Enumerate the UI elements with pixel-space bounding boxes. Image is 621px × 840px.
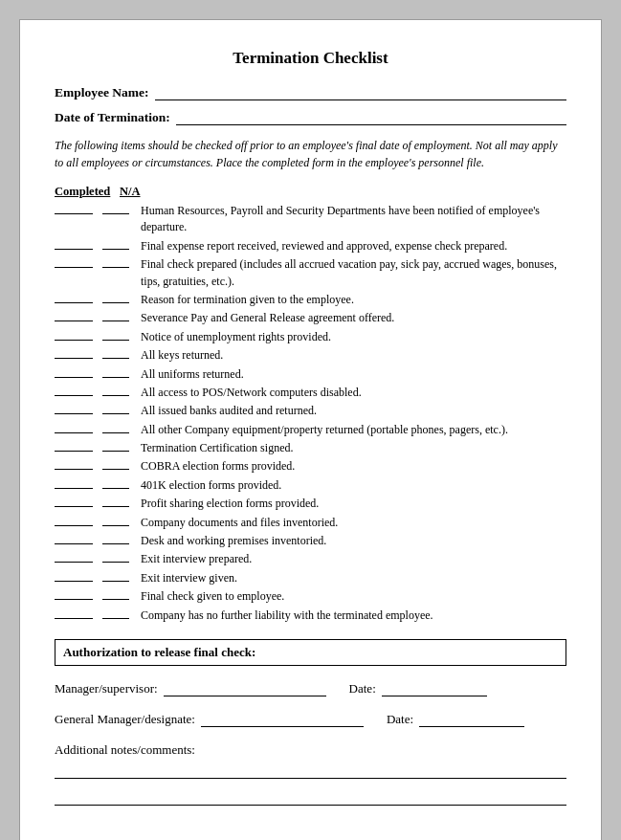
na-check-line[interactable]: [102, 608, 129, 619]
auth-box: Authorization to release final check:: [55, 639, 566, 666]
checklist-item: Company documents and files inventoried.: [55, 515, 566, 531]
completed-check-line[interactable]: [55, 403, 93, 414]
completed-check-line[interactable]: [55, 203, 93, 214]
notes-line-1[interactable]: [55, 765, 566, 779]
manager-sig-line[interactable]: [164, 683, 326, 696]
checklist-item-text: Final check prepared (includes all accru…: [141, 256, 566, 290]
completed-check-line[interactable]: [55, 458, 93, 470]
na-check-line[interactable]: [102, 238, 129, 250]
completed-check-line[interactable]: [55, 551, 93, 563]
na-check-line[interactable]: [102, 385, 129, 396]
na-check-line[interactable]: [102, 292, 129, 303]
checklist-item-text: Desk and working premises inventoried.: [141, 533, 566, 549]
completed-check-line[interactable]: [55, 496, 93, 507]
checklist-item: Termination Certification signed.: [55, 440, 566, 456]
completed-check-line[interactable]: [55, 515, 93, 526]
checklist-item-text: All access to POS/Network computers disa…: [141, 385, 566, 401]
checklist-item-text: All keys returned.: [141, 347, 566, 364]
manager-date-line[interactable]: [382, 683, 487, 696]
checklist-item: Severance Pay and General Release agreem…: [55, 310, 566, 326]
na-check-line[interactable]: [102, 496, 129, 507]
completed-check-line[interactable]: [55, 533, 93, 544]
completed-check-line[interactable]: [55, 570, 93, 582]
checklist-item-text: Human Resources, Payroll and Security De…: [141, 203, 566, 236]
na-check-line[interactable]: [102, 366, 129, 378]
completed-check-line[interactable]: [55, 588, 93, 600]
checklist-item-text: Exit interview given.: [141, 570, 566, 586]
na-check-line[interactable]: [102, 347, 129, 359]
date-of-termination-row: Date of Termination:: [55, 110, 566, 125]
manager-sig-row: Manager/supervisor: Date:: [55, 681, 566, 696]
checklist-item: Human Resources, Payroll and Security De…: [55, 203, 566, 236]
checklist-item-text: Profit sharing election forms provided.: [141, 496, 566, 512]
checklist-item: Final expense report received, reviewed …: [55, 238, 566, 254]
completed-check-line[interactable]: [55, 292, 93, 303]
checklist-item-text: Severance Pay and General Release agreem…: [141, 310, 566, 326]
manager-label: Manager/supervisor:: [55, 681, 158, 696]
checklist-item: All access to POS/Network computers disa…: [55, 385, 566, 401]
checklist-item: Desk and working premises inventoried.: [55, 533, 566, 549]
checklist-item: COBRA election forms provided.: [55, 458, 566, 475]
checklist-item: Company has no further liability with th…: [55, 608, 566, 624]
checklist-item: Profit sharing election forms provided.: [55, 496, 566, 512]
na-check-line[interactable]: [102, 588, 129, 600]
completed-check-line[interactable]: [55, 256, 93, 268]
na-check-line[interactable]: [102, 403, 129, 414]
na-check-line[interactable]: [102, 458, 129, 470]
checklist-item: All issued banks audited and returned.: [55, 403, 566, 419]
instructions-text: The following items should be checked of…: [55, 137, 566, 171]
checklist-item-text: Company documents and files inventoried.: [141, 515, 566, 531]
checklist-item-text: All other Company equipment/property ret…: [141, 422, 566, 438]
completed-check-line[interactable]: [55, 310, 93, 321]
date-of-termination-underline[interactable]: [176, 112, 566, 125]
notes-label: Additional notes/comments:: [55, 742, 566, 758]
checklist-item-text: Notice of unemployment rights provided.: [141, 329, 566, 345]
completed-check-line[interactable]: [55, 385, 93, 396]
na-check-line[interactable]: [102, 440, 129, 452]
checklist-item-text: Reason for termination given to the empl…: [141, 292, 566, 308]
completed-check-line[interactable]: [55, 347, 93, 359]
na-check-line[interactable]: [102, 422, 129, 433]
checklist-item: Exit interview prepared.: [55, 551, 566, 567]
employee-name-row: Employee Name:: [55, 85, 566, 100]
page-title: Termination Checklist: [55, 49, 566, 68]
completed-check-line[interactable]: [55, 238, 93, 250]
termination-checklist-page: Termination Checklist Employee Name: Dat…: [19, 19, 602, 840]
checklist-container: Human Resources, Payroll and Security De…: [55, 203, 566, 624]
employee-name-label: Employee Name:: [55, 85, 149, 100]
checklist-item-text: Termination Certification signed.: [141, 440, 566, 456]
notes-row: Additional notes/comments:: [55, 742, 566, 819]
checklist-item: 401K election forms provided.: [55, 477, 566, 494]
checklist-header: Completed N/A: [55, 185, 566, 199]
na-check-line[interactable]: [102, 329, 129, 341]
checklist-item-text: All issued banks audited and returned.: [141, 403, 566, 419]
checklist-item: Notice of unemployment rights provided.: [55, 329, 566, 345]
completed-check-line[interactable]: [55, 329, 93, 341]
completed-header: Completed: [55, 185, 120, 199]
na-check-line[interactable]: [102, 310, 129, 321]
gm-date-line[interactable]: [419, 714, 524, 727]
checklist-item-text: Final check given to employee.: [141, 588, 566, 605]
na-check-line[interactable]: [102, 551, 129, 563]
na-check-line[interactable]: [102, 477, 129, 489]
date-of-termination-label: Date of Termination:: [55, 110, 170, 125]
completed-check-line[interactable]: [55, 366, 93, 378]
completed-check-line[interactable]: [55, 440, 93, 452]
checklist-item-text: Exit interview prepared.: [141, 551, 566, 567]
gm-sig-line[interactable]: [201, 714, 364, 727]
notes-line-2[interactable]: [55, 792, 566, 806]
completed-check-line[interactable]: [55, 608, 93, 619]
checklist-item: Final check given to employee.: [55, 588, 566, 605]
sig-section: Manager/supervisor: Date: General Manage…: [55, 681, 566, 727]
na-check-line[interactable]: [102, 533, 129, 544]
checklist-item-text: Company has no further liability with th…: [141, 608, 566, 624]
na-check-line[interactable]: [102, 515, 129, 526]
checklist-item-text: COBRA election forms provided.: [141, 458, 566, 475]
na-check-line[interactable]: [102, 570, 129, 582]
na-check-line[interactable]: [102, 256, 129, 268]
checklist-item: Final check prepared (includes all accru…: [55, 256, 566, 290]
employee-name-underline[interactable]: [155, 87, 566, 100]
completed-check-line[interactable]: [55, 422, 93, 433]
na-check-line[interactable]: [102, 203, 129, 214]
completed-check-line[interactable]: [55, 477, 93, 489]
